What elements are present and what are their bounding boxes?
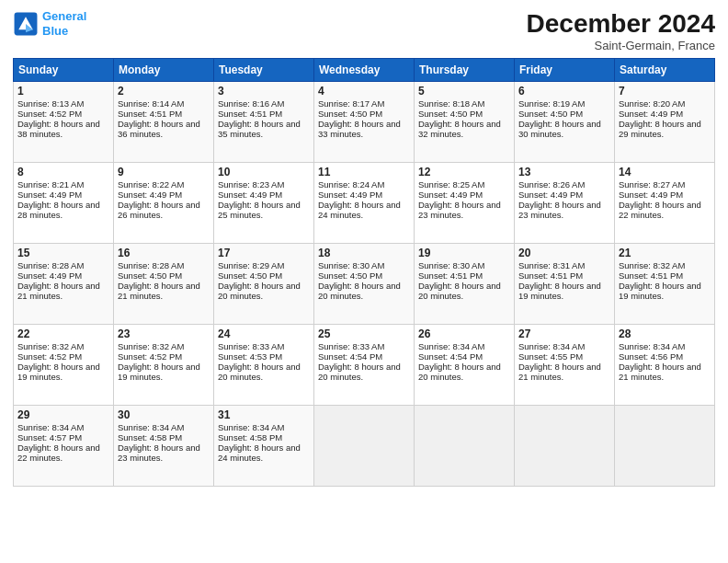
daylight: Daylight: 8 hours and 24 minutes. — [318, 200, 401, 220]
day-number: 12 — [418, 166, 510, 178]
sunset: Sunset: 4:58 PM — [218, 432, 282, 442]
calendar-cell: 31Sunrise: 8:34 AMSunset: 4:58 PMDayligh… — [214, 406, 314, 487]
sunset: Sunset: 4:51 PM — [118, 109, 182, 119]
sunrise: Sunrise: 8:16 AM — [218, 98, 284, 109]
calendar: Sunday Monday Tuesday Wednesday Thursday… — [13, 58, 715, 487]
calendar-cell: 2Sunrise: 8:14 AMSunset: 4:51 PMDaylight… — [114, 82, 214, 163]
day-number: 3 — [218, 85, 310, 98]
calendar-cell — [415, 406, 515, 487]
month-title: December 2024 — [527, 9, 715, 39]
daylight: Daylight: 8 hours and 19 minutes. — [17, 362, 100, 382]
daylight: Daylight: 8 hours and 22 minutes. — [17, 442, 100, 463]
daylight: Daylight: 8 hours and 22 minutes. — [619, 200, 701, 220]
daylight: Daylight: 8 hours and 20 minutes. — [318, 362, 401, 382]
sunrise: Sunrise: 8:20 AM — [619, 98, 685, 109]
sunset: Sunset: 4:50 PM — [318, 270, 382, 281]
daylight: Daylight: 8 hours and 29 minutes. — [619, 119, 701, 139]
daylight: Daylight: 8 hours and 20 minutes. — [218, 281, 301, 301]
daylight: Daylight: 8 hours and 20 minutes. — [318, 281, 401, 301]
daylight: Daylight: 8 hours and 23 minutes. — [418, 200, 501, 220]
calendar-week-row: 1Sunrise: 8:13 AMSunset: 4:52 PMDaylight… — [14, 82, 715, 163]
sunrise: Sunrise: 8:34 AM — [218, 422, 284, 432]
sunset: Sunset: 4:52 PM — [118, 351, 182, 362]
day-number: 30 — [118, 408, 210, 421]
sunrise: Sunrise: 8:34 AM — [17, 422, 84, 432]
sunset: Sunset: 4:51 PM — [619, 270, 683, 281]
calendar-cell: 23Sunrise: 8:32 AMSunset: 4:52 PMDayligh… — [114, 325, 214, 406]
calendar-cell: 28Sunrise: 8:34 AMSunset: 4:56 PMDayligh… — [615, 325, 715, 406]
calendar-cell: 6Sunrise: 8:19 AMSunset: 4:50 PMDaylight… — [515, 82, 615, 163]
day-number: 29 — [17, 408, 109, 421]
daylight: Daylight: 8 hours and 20 minutes. — [418, 362, 501, 382]
sunrise: Sunrise: 8:24 AM — [318, 179, 384, 190]
location: Saint-Germain, France — [527, 39, 715, 52]
daylight: Daylight: 8 hours and 21 minutes. — [518, 362, 601, 382]
day-number: 19 — [418, 247, 510, 259]
logo-text: General Blue — [42, 9, 86, 38]
calendar-cell: 29Sunrise: 8:34 AMSunset: 4:57 PMDayligh… — [14, 406, 114, 487]
calendar-cell: 12Sunrise: 8:25 AMSunset: 4:49 PMDayligh… — [415, 163, 515, 244]
sunset: Sunset: 4:49 PM — [17, 270, 82, 281]
sunset: Sunset: 4:55 PM — [518, 351, 583, 362]
sunset: Sunset: 4:49 PM — [17, 190, 82, 200]
calendar-cell: 11Sunrise: 8:24 AMSunset: 4:49 PMDayligh… — [314, 163, 415, 244]
sunset: Sunset: 4:49 PM — [619, 190, 683, 200]
calendar-week-row: 8Sunrise: 8:21 AMSunset: 4:49 PMDaylight… — [14, 163, 715, 244]
sunrise: Sunrise: 8:34 AM — [418, 341, 484, 351]
header-friday: Friday — [515, 59, 615, 82]
day-number: 13 — [518, 166, 610, 178]
sunrise: Sunrise: 8:28 AM — [118, 260, 184, 270]
day-number: 15 — [17, 247, 109, 259]
sunrise: Sunrise: 8:34 AM — [518, 341, 585, 351]
sunrise: Sunrise: 8:32 AM — [118, 341, 184, 351]
header-thursday: Thursday — [415, 59, 515, 82]
calendar-cell: 22Sunrise: 8:32 AMSunset: 4:52 PMDayligh… — [14, 325, 114, 406]
calendar-cell: 17Sunrise: 8:29 AMSunset: 4:50 PMDayligh… — [214, 244, 314, 325]
header-monday: Monday — [114, 59, 214, 82]
sunrise: Sunrise: 8:33 AM — [218, 341, 284, 351]
day-number: 17 — [218, 247, 310, 259]
calendar-cell: 8Sunrise: 8:21 AMSunset: 4:49 PMDaylight… — [14, 163, 114, 244]
header: General Blue December 2024 Saint-Germain… — [13, 9, 715, 52]
daylight: Daylight: 8 hours and 24 minutes. — [218, 442, 301, 463]
sunset: Sunset: 4:52 PM — [17, 351, 82, 362]
day-number: 14 — [619, 166, 711, 178]
sunset: Sunset: 4:54 PM — [418, 351, 483, 362]
daylight: Daylight: 8 hours and 19 minutes. — [118, 362, 200, 382]
day-number: 7 — [619, 85, 711, 98]
calendar-cell: 16Sunrise: 8:28 AMSunset: 4:50 PMDayligh… — [114, 244, 214, 325]
day-number: 27 — [518, 327, 610, 340]
sunrise: Sunrise: 8:21 AM — [17, 179, 84, 190]
weekday-header-row: Sunday Monday Tuesday Wednesday Thursday… — [14, 59, 715, 82]
calendar-cell: 5Sunrise: 8:18 AMSunset: 4:50 PMDaylight… — [415, 82, 515, 163]
daylight: Daylight: 8 hours and 21 minutes. — [118, 281, 200, 301]
sunset: Sunset: 4:53 PM — [218, 351, 282, 362]
daylight: Daylight: 8 hours and 19 minutes. — [619, 281, 701, 301]
day-number: 26 — [418, 327, 510, 340]
day-number: 28 — [619, 327, 711, 340]
sunset: Sunset: 4:50 PM — [118, 270, 182, 281]
day-number: 25 — [318, 327, 410, 340]
sunset: Sunset: 4:49 PM — [518, 190, 583, 200]
calendar-cell: 24Sunrise: 8:33 AMSunset: 4:53 PMDayligh… — [214, 325, 314, 406]
calendar-cell: 21Sunrise: 8:32 AMSunset: 4:51 PMDayligh… — [615, 244, 715, 325]
day-number: 20 — [518, 247, 610, 259]
calendar-cell: 25Sunrise: 8:33 AMSunset: 4:54 PMDayligh… — [314, 325, 415, 406]
sunset: Sunset: 4:52 PM — [17, 109, 82, 119]
day-number: 21 — [619, 247, 711, 259]
sunset: Sunset: 4:49 PM — [619, 109, 683, 119]
daylight: Daylight: 8 hours and 25 minutes. — [218, 200, 301, 220]
sunrise: Sunrise: 8:26 AM — [518, 179, 585, 190]
sunset: Sunset: 4:49 PM — [318, 190, 382, 200]
logo-icon — [13, 11, 39, 37]
day-number: 18 — [318, 247, 410, 259]
sunset: Sunset: 4:50 PM — [318, 109, 382, 119]
logo: General Blue — [13, 9, 86, 38]
day-number: 5 — [418, 85, 510, 98]
header-saturday: Saturday — [615, 59, 715, 82]
sunset: Sunset: 4:51 PM — [418, 270, 483, 281]
daylight: Daylight: 8 hours and 23 minutes. — [518, 200, 601, 220]
day-number: 23 — [118, 327, 210, 340]
day-number: 22 — [17, 327, 109, 340]
calendar-cell — [615, 406, 715, 487]
